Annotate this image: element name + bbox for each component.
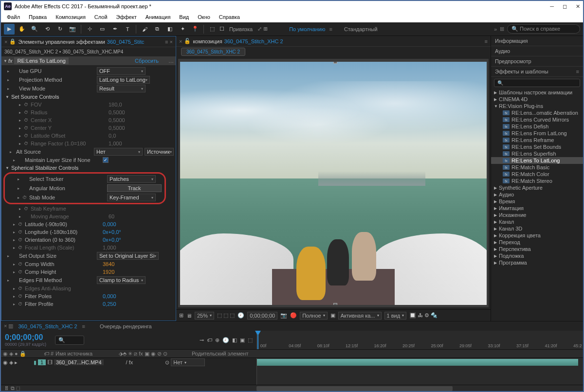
zoom-dropdown[interactable]: 25%▾ [195, 312, 214, 320]
property-value[interactable]: 0,250 [103, 301, 174, 307]
pen-tool[interactable]: ✒ [110, 24, 120, 35]
close-button[interactable]: ✕ [576, 3, 580, 10]
menu-view[interactable]: Вид [175, 13, 193, 21]
resolution-dropdown[interactable]: Полное▾ [300, 312, 328, 320]
effects-tree-item[interactable]: ▶Канал 3D [491, 225, 583, 232]
composition-viewer[interactable] [178, 59, 489, 307]
stopwatch-icon[interactable]: ⏱ [24, 125, 30, 130]
effects-tree-item[interactable]: ▶Программа [491, 259, 583, 266]
effects-tree-item[interactable]: ▶Шаблоны настроек анимации [491, 89, 583, 96]
property-value[interactable]: 1920 [103, 269, 174, 275]
property-group[interactable]: ▼Spherical Stabilizer Controls [1, 164, 176, 172]
property-dropdown[interactable]: Set to Original Layer Si▾ [97, 252, 159, 260]
tab-lock-icon[interactable]: 🔒 [9, 38, 16, 45]
tl-tool-icon[interactable]: 🕗 [222, 337, 229, 343]
playhead[interactable] [257, 331, 258, 349]
stopwatch-icon[interactable]: ⏱ [24, 206, 30, 211]
effect-header[interactable]: ▼ fx RE:Lens To LatLong Сбросить … [1, 56, 176, 66]
stopwatch-icon[interactable]: ⏱ [24, 141, 30, 146]
viewer-misc-icons[interactable]: 🔲 🖧 ⚙ 🔩 [409, 312, 438, 319]
eraser-tool[interactable]: ◧ [164, 24, 175, 35]
effects-tree-item[interactable]: ▶Время [491, 198, 583, 205]
viewer-time-icon[interactable]: 🕗 [237, 312, 244, 319]
menu-window[interactable]: Окно [194, 13, 214, 21]
effects-tree-item[interactable]: ▶Имитация [491, 205, 583, 212]
effects-tree-item[interactable]: fxRE:Lens Curved Mirrors [491, 116, 583, 123]
tl-tool-icon[interactable]: ⊕ [215, 337, 219, 343]
effects-tree-item[interactable]: fxRE:Lens From LatLong [491, 130, 583, 137]
stopwatch-icon[interactable]: ⏱ [18, 262, 24, 267]
effects-presets-header[interactable]: Эффекты и шаблоны≡ [491, 67, 583, 77]
effects-panel-menu-icon[interactable]: ≡ [576, 69, 579, 74]
effects-tree-item[interactable]: fxRE:Lens Defish [491, 123, 583, 130]
stopwatch-icon[interactable]: ⏱ [18, 269, 24, 274]
effects-tree-item[interactable]: ▼RE:Vision Plug-ins [491, 103, 583, 109]
anchor-tool[interactable]: ⊹ [84, 24, 95, 35]
property-checkbox[interactable]: ✓ [103, 157, 109, 163]
zoom-tool[interactable]: 🔍 [29, 24, 40, 35]
maximize-button[interactable]: ◻ [563, 3, 567, 10]
workspace-default[interactable]: По умолчанию [289, 26, 325, 32]
property-dropdown[interactable]: Key-Framed▾ [107, 194, 156, 201]
tl-tool-icon[interactable]: ◧ [232, 337, 237, 343]
workspace-more-icon[interactable]: » [494, 26, 497, 32]
viewer-res-icon[interactable]: ⬚ ⬚ ⬚ [217, 312, 235, 319]
local-axis-icon[interactable]: ⬚ [207, 24, 218, 35]
stopwatch-icon[interactable]: ⏱ [24, 118, 30, 123]
fx-icon[interactable]: fx [8, 58, 13, 64]
property-value[interactable]: 0,5000 [109, 125, 174, 131]
property-dropdown[interactable]: Patches▾ [107, 175, 156, 183]
property-value[interactable]: 180,0 [109, 102, 174, 107]
current-time[interactable]: 0;00;00;00 [1, 333, 50, 342]
viewer-grid-icon[interactable]: ⊞ [179, 312, 183, 319]
property-dropdown-extra[interactable]: Источник▾ [145, 148, 174, 156]
selection-tool[interactable]: ▶ [4, 24, 15, 35]
property-value[interactable]: 0,0 [109, 133, 174, 139]
stopwatch-icon[interactable]: ⏱ [22, 195, 28, 200]
stopwatch-icon[interactable]: ⏱ [18, 286, 24, 291]
snap-opt-icon[interactable]: ⤢ ⊞ [257, 26, 268, 32]
property-value[interactable]: 0,5000 [109, 117, 174, 123]
effects-tree-item[interactable]: fxRE:Lens Set Bounds [491, 143, 583, 150]
effects-tree-item[interactable]: fxRE:Lens Superfish [491, 150, 583, 157]
effects-tree-item[interactable]: ▶Коррекция цвета [491, 232, 583, 239]
orbit-tool[interactable]: ⟲ [42, 24, 53, 35]
menu-edit[interactable]: Правка [25, 13, 51, 21]
stopwatch-icon[interactable]: ⏱ [18, 294, 24, 299]
stopwatch-icon[interactable]: ⏱ [18, 230, 24, 234]
effects-tree-item[interactable]: ▶Подложка [491, 252, 583, 259]
menu-help[interactable]: Справка [215, 13, 244, 21]
property-dropdown[interactable]: LatLong to LatLong▾ [97, 76, 150, 84]
panel-tab-label[interactable]: Элементы управления эффектами [18, 39, 105, 45]
minimize-button[interactable]: ─ [550, 3, 554, 10]
tl-toggle-icon[interactable]: 🎚 ⧉ ⬚ [4, 385, 20, 392]
roto-tool[interactable]: ✦ [177, 24, 188, 35]
help-search-input[interactable]: 🔍 Поиск в справке [507, 24, 580, 34]
rotate-tool[interactable]: ↻ [55, 24, 65, 35]
stopwatch-icon[interactable]: ⏱ [18, 222, 24, 227]
tl-tool-icon[interactable]: ⬚ [248, 337, 253, 343]
menu-effect[interactable]: Эффект [112, 13, 141, 21]
effects-tree-item[interactable]: fxRE:Lens Reframe [491, 137, 583, 143]
comp-tab-lock-icon[interactable]: 🔓 [184, 38, 191, 44]
effects-tree-item[interactable]: ▶Перспектива [491, 246, 583, 252]
menu-composition[interactable]: Композиция [52, 13, 90, 21]
comp-panel-menu-icon[interactable]: ≡ [485, 38, 488, 44]
viewer-timecode[interactable]: 0;00;00;00 [247, 312, 277, 320]
channel-icon[interactable]: 🔴 [290, 312, 297, 319]
effects-tree-item[interactable]: ▶CINEMA 4D [491, 96, 583, 103]
viewer-monitor-icon[interactable]: 🖥 [186, 313, 192, 319]
effect-reset-link[interactable]: Сбросить [135, 58, 159, 64]
effects-tree-item[interactable]: ▶Канал [491, 218, 583, 225]
property-value[interactable]: 0,5000 [109, 109, 174, 115]
tl-tool-icon[interactable]: 🏷 [207, 337, 212, 343]
property-value[interactable]: 0,000 [103, 221, 174, 227]
property-dropdown[interactable]: OFF▾ [97, 67, 146, 75]
effects-tree-item[interactable]: fxRE:Match Stereo [491, 178, 583, 184]
effects-search-input[interactable]: 🔍 [494, 79, 580, 87]
property-dropdown[interactable]: Result▾ [97, 85, 146, 92]
menu-file[interactable]: Файл [3, 13, 24, 21]
render-queue-tab[interactable]: Очередь рендеринга [100, 323, 152, 329]
effects-tree-item[interactable]: fxRE:Lens To LatLong [491, 157, 583, 164]
audio-panel-header[interactable]: Аудио [491, 46, 583, 56]
